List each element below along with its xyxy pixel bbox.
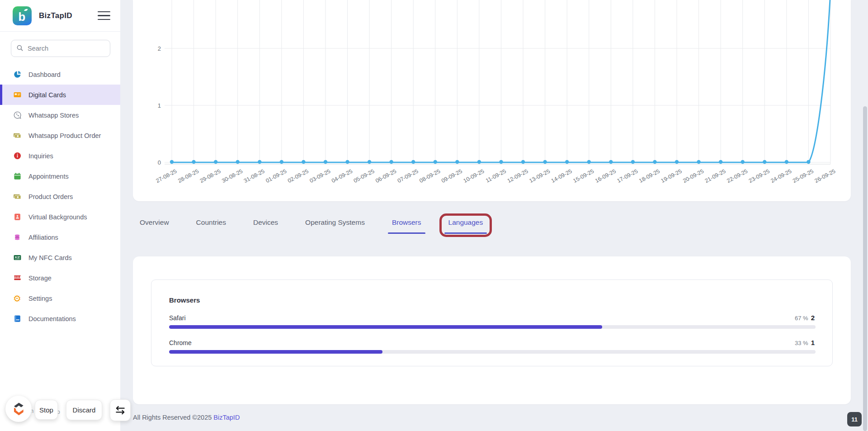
- gear-icon: ⚙: [13, 294, 22, 303]
- svg-text:16-09-25: 16-09-25: [594, 168, 617, 184]
- sidebar-item-whatsapp-product-order[interactable]: Whatsapp Product Order: [0, 125, 120, 146]
- sidebar-item-label: Dashboard: [28, 71, 61, 78]
- svg-text:04-09-25: 04-09-25: [330, 168, 354, 184]
- svg-text:21-09-25: 21-09-25: [704, 168, 727, 184]
- badge-icon: [13, 213, 22, 222]
- sidebar-item-documentations[interactable]: Documentations: [0, 308, 120, 329]
- sidebar-item-label: Settings: [28, 295, 52, 302]
- sidebar-item-label: Digital Cards: [28, 91, 66, 99]
- stop-button[interactable]: Stop: [35, 400, 58, 420]
- sidebar-item-virtual-backgrounds[interactable]: Virtual Backgrounds: [0, 207, 120, 227]
- traffic-chart: 27-08-2528-08-2529-08-2530-08-2531-08-25…: [133, 0, 851, 201]
- tab-operating-systems[interactable]: Operating Systems: [305, 218, 365, 227]
- traffic-chart-card: 27-08-2528-08-2529-08-2530-08-2531-08-25…: [133, 0, 851, 201]
- svg-text:31-08-25: 31-08-25: [243, 168, 266, 184]
- tab-overview[interactable]: Overview: [140, 218, 169, 227]
- sidebar-header: b BizTapID: [0, 0, 120, 32]
- footer: All Rights Reserved ©2025 BizTapID: [133, 414, 240, 421]
- agent-logo-icon: [9, 400, 28, 418]
- svg-text:27-08-25: 27-08-25: [155, 168, 178, 184]
- svg-text:b: b: [18, 10, 25, 23]
- footer-text: All Rights Reserved ©2025: [133, 414, 213, 421]
- svg-text:05-09-25: 05-09-25: [353, 168, 376, 184]
- browser-label: Safari: [169, 314, 186, 322]
- sidebar-item-settings[interactable]: ⚙Settings: [0, 288, 120, 308]
- sidebar-item-label: Affiliations: [28, 234, 58, 241]
- discard-button[interactable]: Discard: [66, 400, 102, 420]
- tab-devices[interactable]: Devices: [253, 218, 278, 227]
- svg-text:01-09-25: 01-09-25: [264, 168, 288, 184]
- svg-text:10-09-25: 10-09-25: [462, 168, 486, 184]
- svg-text:1: 1: [158, 102, 161, 109]
- svg-text:25-09-25: 25-09-25: [792, 168, 815, 184]
- browsers-card-title: Browsers: [169, 296, 815, 304]
- sidebar-item-label: Inquiries: [28, 152, 53, 160]
- nfc-card-icon: [13, 253, 22, 262]
- footer-brand-link[interactable]: BizTapID: [213, 414, 240, 421]
- tab-languages[interactable]: Languages: [448, 218, 483, 227]
- browser-percent: 67 %: [795, 315, 808, 322]
- svg-text:15-09-25: 15-09-25: [572, 168, 595, 184]
- svg-text:08-09-25: 08-09-25: [418, 168, 441, 184]
- hamburger-menu-icon[interactable]: [98, 11, 110, 20]
- browser-label: Chrome: [169, 339, 192, 346]
- svg-text:13-09-25: 13-09-25: [528, 168, 551, 184]
- progress-fill: [169, 325, 602, 329]
- sidebar-item-label: Whatsapp Stores: [28, 112, 79, 119]
- svg-text:20-09-25: 20-09-25: [682, 168, 705, 184]
- svg-text:0: 0: [158, 159, 161, 166]
- svg-text:12-09-25: 12-09-25: [506, 168, 529, 184]
- svg-text:29-08-25: 29-08-25: [199, 168, 222, 184]
- sidebar-item-dashboard[interactable]: Dashboard: [0, 64, 120, 85]
- sidebar-item-label: Storage: [28, 275, 52, 282]
- search-input[interactable]: [11, 40, 110, 57]
- sidebar-nav: DashboardDigital CardsWhatsapp StoresWha…: [0, 64, 120, 329]
- browser-percent: 33 %: [795, 340, 808, 346]
- content-card: Browsers Safari67 %2Chrome33 %1: [133, 256, 851, 404]
- swap-button[interactable]: [110, 399, 131, 421]
- search-icon: [16, 44, 24, 52]
- sidebar-item-label: Documentations: [28, 315, 76, 322]
- browser-row-chrome: Chrome33 %1: [169, 339, 815, 354]
- tab-countries[interactable]: Countries: [196, 218, 226, 227]
- tab-browsers[interactable]: Browsers: [392, 218, 421, 227]
- svg-text:07-09-25: 07-09-25: [396, 168, 420, 184]
- progress-fill: [169, 350, 382, 354]
- sidebar-item-product-orders[interactable]: Product Orders: [0, 186, 120, 207]
- sidebar-item-label: Virtual Backgrounds: [28, 213, 87, 221]
- count-badge: 11: [847, 412, 862, 426]
- book-icon: [13, 314, 22, 323]
- sidebar-item-appointments[interactable]: Appointments: [0, 166, 120, 186]
- progress-track: [169, 325, 816, 329]
- money-icon: [13, 192, 22, 201]
- svg-text:11-09-25: 11-09-25: [485, 168, 507, 184]
- money-icon: [13, 131, 22, 140]
- sidebar-item-storage[interactable]: Storage: [0, 268, 120, 288]
- progress-track: [169, 350, 816, 354]
- brand-logo-icon: b: [13, 6, 32, 25]
- whatsapp-icon: [13, 111, 22, 120]
- svg-text:24-09-25: 24-09-25: [770, 168, 793, 184]
- annotation-ring: [439, 213, 492, 237]
- sidebar-item-my-nfc-cards[interactable]: My NFC Cards: [0, 247, 120, 268]
- browsers-card: Browsers Safari67 %2Chrome33 %1: [151, 279, 833, 366]
- browser-row-safari: Safari67 %2: [169, 314, 815, 329]
- agent-logo-button[interactable]: [5, 396, 32, 422]
- browser-count: 1: [811, 339, 815, 346]
- sidebar-item-whatsapp-stores[interactable]: Whatsapp Stores: [0, 105, 120, 125]
- sidebar-item-label: Product Orders: [28, 193, 73, 200]
- sidebar-item-affiliations[interactable]: Affiliations: [0, 227, 120, 247]
- sidebar-item-inquiries[interactable]: Inquiries: [0, 146, 120, 166]
- sidebar-item-digital-cards[interactable]: Digital Cards: [0, 85, 120, 105]
- dashboard-pie-icon: [13, 70, 22, 79]
- scrollbar-thumb[interactable]: [863, 106, 867, 431]
- svg-text:18-09-25: 18-09-25: [638, 168, 661, 184]
- svg-text:23-09-25: 23-09-25: [748, 168, 771, 184]
- app-root: b BizTapID DashboardDigital CardsWhatsap…: [0, 0, 868, 431]
- sidebar: b BizTapID DashboardDigital CardsWhatsap…: [0, 0, 120, 431]
- tabs-row: OverviewCountriesDevicesOperating System…: [140, 218, 483, 227]
- svg-text:30-08-25: 30-08-25: [221, 168, 244, 184]
- svg-text:09-09-25: 09-09-25: [440, 168, 463, 184]
- swap-arrows-icon: [114, 404, 126, 416]
- browser-rows: Safari67 %2Chrome33 %1: [169, 314, 815, 354]
